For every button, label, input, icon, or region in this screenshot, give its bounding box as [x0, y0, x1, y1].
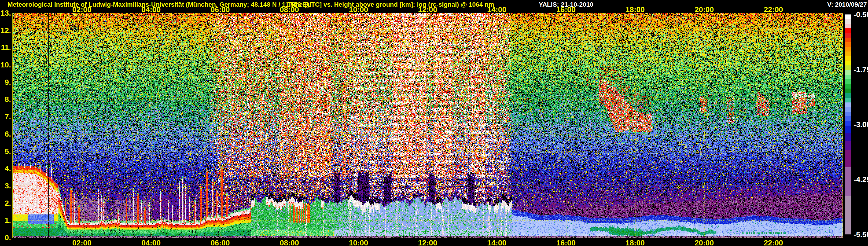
- colorbar-segment: [845, 133, 851, 141]
- colorbar-segment: [845, 89, 851, 93]
- bottom-time-label: 14:00: [487, 239, 507, 246]
- colorbar-segment: [845, 75, 851, 79]
- colorbar-segment: [845, 79, 851, 84]
- height-tick-label: 0.: [5, 233, 11, 242]
- bottom-time-label: 20:00: [695, 239, 714, 246]
- colorbar-segment: [845, 33, 851, 38]
- bottom-time-label: 08:00: [280, 239, 299, 246]
- height-tick-label: 12.: [1, 26, 11, 35]
- bottom-time-label: 12:00: [418, 239, 437, 246]
- height-tick-label: 5.: [5, 147, 11, 156]
- colorbar-segment: [845, 42, 851, 47]
- colorbar-segment: [845, 107, 851, 112]
- colorbar-segment: [845, 19, 851, 24]
- lidar-quicklook-screen: Meteorological Institute of Ludwig-Maxim…: [0, 0, 868, 246]
- colorbar-segment: [845, 47, 851, 52]
- height-tick-label: 9.: [5, 78, 11, 87]
- colorbar-tick-label: -3.00: [854, 120, 868, 129]
- height-tick-label: 4.: [5, 164, 11, 173]
- colorbar-segment: [845, 126, 851, 133]
- colorbar-segment: [845, 150, 851, 167]
- colorbar-segment: [845, 167, 851, 196]
- colorbar-tick-label: -0.50: [854, 10, 868, 19]
- plot-frame: [12, 13, 843, 238]
- colorbar-segment: [845, 102, 851, 107]
- colorbar-segment: [845, 52, 851, 56]
- colorbar-segment: [845, 28, 851, 33]
- colorbar: [845, 14, 851, 235]
- colorbar-segment: [845, 196, 851, 235]
- height-tick-label: 6.: [5, 130, 11, 139]
- colorbar-tick-label: -5.50: [854, 230, 868, 239]
- colorbar-segment: [845, 65, 851, 70]
- bottom-time-label: 10:00: [349, 239, 368, 246]
- lidar-heatmap-canvas: [13, 13, 842, 238]
- colorbar-segment: [845, 38, 851, 42]
- colorbar-segment: [845, 61, 851, 65]
- colorbar-segment: [845, 93, 851, 98]
- colorbar-segment: [845, 112, 851, 116]
- bottom-time-label: 06:00: [211, 239, 230, 246]
- colorbar-tick-label: -1.75: [854, 65, 868, 74]
- colorbar-segment: [845, 116, 851, 121]
- height-tick-label: 13.: [1, 9, 11, 18]
- colorbar-segment: [845, 141, 851, 150]
- bottom-time-label: 22:00: [764, 239, 783, 246]
- height-tick-label: 2.: [5, 199, 11, 208]
- colorbar-tick-label: -4.25: [854, 175, 868, 184]
- colorbar-labels: -0.50-1.75-3.00-4.25-5.50: [854, 0, 868, 246]
- height-tick-label: 10.: [1, 60, 11, 69]
- colorbar-segment: [845, 121, 851, 126]
- colorbar-segment: [845, 98, 851, 102]
- colorbar-segment: [845, 24, 851, 28]
- colorbar-segment: [845, 56, 851, 61]
- bottom-time-label: 04:00: [142, 239, 161, 246]
- colorbar-segment: [845, 84, 851, 89]
- bottom-time-label: 02:00: [72, 239, 92, 246]
- colorbar-segment: [845, 70, 851, 75]
- time-axis-bottom: 02:0004:0006:0008:0010:0012:0014:0016:00…: [0, 239, 868, 246]
- height-axis: 0.1.2.3.4.5.6.7.8.9.10.11.12.13.: [0, 0, 11, 246]
- bottom-time-label: 16:00: [556, 239, 576, 246]
- height-tick-label: 3.: [5, 181, 11, 190]
- height-tick-label: 11.: [1, 43, 11, 52]
- bottom-time-label: 18:00: [625, 239, 645, 246]
- height-tick-label: 1.: [5, 216, 11, 224]
- height-tick-label: 7.: [5, 112, 11, 121]
- height-tick-label: 8.: [5, 95, 11, 103]
- colorbar-segment: [845, 14, 851, 19]
